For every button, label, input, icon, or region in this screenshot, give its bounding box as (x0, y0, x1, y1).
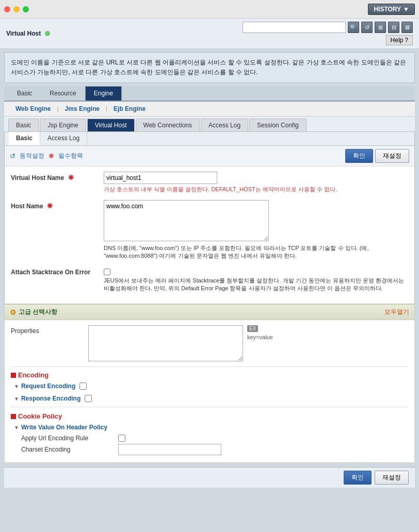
properties-textarea[interactable] (88, 325, 243, 361)
write-value-header[interactable]: ▼ Write Value On Header Policy (11, 422, 408, 433)
engine-nav-ejb[interactable]: Ejb Engine (108, 104, 151, 114)
sec-tab-access-log[interactable]: Access Log (201, 119, 248, 131)
required-icon: ❋ (49, 152, 54, 160)
config-button2[interactable]: ⊟ (388, 22, 399, 33)
advanced-content: Properties EX key=value Encoding ▼ Reque… (5, 320, 414, 462)
refresh-button[interactable]: ↺ (361, 22, 373, 33)
bottom-confirm-button[interactable]: 확인 (344, 471, 372, 485)
advanced-header[interactable]: ⚙ 고급 선택사항 모두열기 (5, 305, 414, 320)
write-value-arrow-icon: ▼ (14, 425, 19, 430)
request-encoding-section: ▼ Request Encoding (11, 381, 408, 391)
ex-badge: EX (247, 325, 258, 332)
info-banner: 도메인 이름을 기준으로 서로 같은 URL로 서로 다른 웹 어플리케이션을 … (4, 52, 415, 83)
encoding-section-icon (11, 373, 16, 378)
virtual-host-name-hint: 가상 호스트의 내부 식별 이름을 설정한다. DEFAULT_HOST는 예약… (104, 186, 408, 193)
attach-stacktrace-value: JEUS에서 보내주는 에러 페이지에 Stacktrace를 첨부할지를 설정… (104, 267, 408, 293)
request-encoding-arrow: ▼ (14, 384, 19, 389)
sub-tabs: Basic Access Log (5, 132, 414, 146)
sec-tab-basic[interactable]: Basic (8, 119, 39, 131)
sub-tab-access-log[interactable]: Access Log (40, 132, 87, 145)
page-title-area: Virtual Host (6, 30, 50, 37)
expand-all-button[interactable]: 모두열기 (384, 308, 409, 317)
toolbar-right: 확인 재설정 (345, 149, 409, 163)
content-area: Basic Access Log ↺ 동적설정 ❋ 필수항목 확인 재설정 Vi… (4, 132, 415, 304)
properties-label: Properties (11, 325, 88, 335)
response-encoding-arrow: ▼ (14, 396, 19, 402)
properties-row: Properties EX key=value (11, 325, 408, 361)
close-traffic-light[interactable] (4, 6, 10, 12)
host-name-label: Host Name ❋ (11, 200, 104, 210)
encoding-section-header: Encoding (11, 371, 408, 379)
help-button[interactable]: Help ? (386, 35, 413, 45)
advanced-title: ⚙ 고급 선택사항 (10, 308, 57, 317)
attach-stacktrace-label: Attach Stacktrace On Error (11, 267, 104, 276)
maximize-traffic-light[interactable] (23, 6, 29, 12)
main-tabs: Basic Resource Engine (4, 86, 415, 102)
attach-stacktrace-checkbox-row (104, 269, 408, 275)
dynamic-setting-label: 동적설정 (20, 152, 44, 160)
attach-stacktrace-row: Attach Stacktrace On Error JEUS에서 보내주는 에… (11, 267, 408, 293)
info-text: 도메인 이름을 기준으로 서로 같은 URL로 서로 다른 웹 어플리케이션을 … (11, 59, 406, 76)
tab-resource[interactable]: Resource (41, 86, 85, 101)
dynamic-icon: ↺ (10, 152, 15, 160)
host-name-row: Host Name ❋ www.foo.com DNS 이름(예, "www.f… (11, 200, 408, 260)
charset-encoding-row: Charset Encoding (21, 444, 408, 455)
sub-tab-basic[interactable]: Basic (9, 132, 40, 145)
advanced-title-label: 고급 선택사항 (19, 308, 57, 317)
sec-tab-session-config[interactable]: Session Config (249, 119, 307, 131)
page-title: Virtual Host (6, 30, 41, 37)
toolbar: ↺ 동적설정 ❋ 필수항목 확인 재설정 (5, 146, 414, 167)
history-button[interactable]: HISTORY ▼ (368, 4, 415, 15)
secondary-tabs: Basic Jsp Engine Virtual Host Web Connec… (4, 117, 415, 132)
advanced-section: ⚙ 고급 선택사항 모두열기 Properties EX key=value E… (4, 304, 415, 463)
tab-engine[interactable]: Engine (85, 86, 122, 101)
attach-stacktrace-checkbox[interactable] (104, 269, 110, 275)
bottom-reset-button[interactable]: 재설정 (375, 471, 409, 485)
history-label: HISTORY (374, 6, 401, 13)
cookie-section-title: Cookie Policy (18, 412, 62, 420)
request-encoding-label: Request Encoding (21, 383, 75, 390)
config-button1[interactable]: ⊞ (375, 22, 386, 33)
history-arrow: ▼ (403, 6, 409, 13)
confirm-button[interactable]: 확인 (345, 149, 373, 163)
response-encoding-header[interactable]: ▼ Response Encoding (11, 393, 408, 404)
required-fields-label: 필수항목 (58, 152, 83, 160)
host-name-value: www.foo.com DNS 이름(예, "www.foo.com") 또는 … (104, 200, 408, 260)
request-encoding-checkbox[interactable] (79, 383, 87, 390)
tab-basic[interactable]: Basic (8, 86, 41, 101)
minimize-traffic-light[interactable] (13, 6, 20, 12)
host-name-textarea[interactable]: www.foo.com (104, 200, 269, 241)
cookie-section-icon (11, 414, 16, 419)
page-header: Virtual Host 🔍 ↺ ⊞ ⊟ ⊠ Help ? (0, 19, 419, 49)
cookie-section-header: Cookie Policy (11, 412, 408, 420)
required-star-1: ❋ (68, 174, 74, 181)
sec-tab-virtual-host[interactable]: Virtual Host (87, 119, 135, 131)
apply-url-checkbox[interactable] (118, 435, 125, 442)
encoding-section-title: Encoding (18, 371, 49, 379)
charset-encoding-input[interactable] (118, 444, 221, 455)
virtual-host-name-label: Virtual Host Name ❋ (11, 172, 104, 181)
sec-tab-jsp[interactable]: Jsp Engine (40, 119, 86, 131)
sec-tab-web-connections[interactable]: Web Connections (136, 119, 200, 131)
traffic-lights (4, 6, 29, 12)
search-input[interactable] (243, 22, 346, 33)
reset-button[interactable]: 재설정 (375, 149, 409, 163)
help-icon: ? (405, 37, 408, 44)
toolbar-left: ↺ 동적설정 ❋ 필수항목 (10, 152, 83, 160)
request-encoding-header[interactable]: ▼ Request Encoding (11, 381, 408, 391)
virtual-host-name-row: Virtual Host Name ❋ 가상 호스트의 내부 식별 이름을 설정… (11, 172, 408, 193)
required-star-2: ❋ (47, 202, 53, 210)
host-name-hint: DNS 이름(예, "www.foo.com") 또는 IP 주소를 포함한다.… (104, 244, 408, 260)
engine-nav-jms[interactable]: Jms Engine (60, 104, 105, 114)
bottom-bar: 확인 재설정 (4, 467, 415, 488)
config-button3[interactable]: ⊠ (401, 22, 413, 33)
virtual-host-name-input[interactable] (104, 172, 217, 184)
search-button[interactable]: 🔍 (348, 22, 359, 33)
form-section: Virtual Host Name ❋ 가상 호스트의 내부 식별 이름을 설정… (5, 167, 414, 304)
top-bar: HISTORY ▼ (0, 0, 419, 19)
virtual-host-name-value: 가상 호스트의 내부 식별 이름을 설정한다. DEFAULT_HOST는 예약… (104, 172, 408, 193)
response-encoding-checkbox[interactable] (85, 395, 92, 402)
engine-nav-web[interactable]: Web Engine (10, 104, 56, 114)
apply-url-label: Apply Url Encoding Rule (21, 435, 114, 442)
ex-value: key=value (247, 334, 273, 340)
